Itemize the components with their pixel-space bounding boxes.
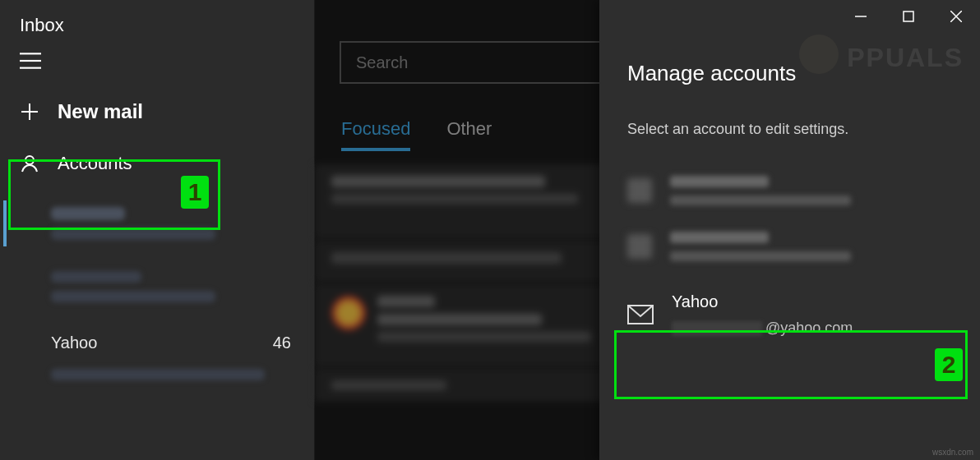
redacted-text: [670, 251, 851, 261]
yahoo-domain: @yahoo.com: [765, 320, 853, 337]
redacted-text: [51, 291, 215, 302]
account-item[interactable]: [599, 163, 980, 218]
account-item[interactable]: [599, 218, 980, 274]
panel-title: Manage accounts: [599, 33, 980, 86]
accounts-label: Accounts: [58, 153, 132, 174]
redacted-text: [51, 228, 215, 240]
redacted-text: [670, 176, 769, 187]
panel-subtitle: Select an account to edit settings.: [599, 86, 980, 138]
redacted-text: [331, 380, 446, 390]
account-yahoo-email: @yahoo.com: [672, 320, 853, 337]
sidebar: Inbox New mail Accounts Yahoo 46: [0, 0, 315, 460]
redacted-text: [51, 271, 141, 283]
mail-icon: [627, 305, 654, 324]
sidebar-account-item[interactable]: [51, 264, 314, 309]
search-input[interactable]: Search: [340, 41, 603, 84]
accounts-nav-item[interactable]: Accounts: [0, 138, 314, 189]
redacted-text: [670, 196, 851, 205]
maximize-icon: [903, 11, 914, 22]
new-mail-button[interactable]: New mail: [0, 89, 314, 138]
minimize-button[interactable]: [837, 0, 885, 33]
redacted-text: [331, 252, 562, 264]
hamburger-menu-button[interactable]: [0, 53, 314, 89]
redacted-text: [331, 176, 545, 187]
account-icon: [627, 178, 652, 203]
redacted-text: [377, 332, 591, 342]
window-titlebar-controls: [599, 0, 980, 33]
sidebar-account-item[interactable]: [51, 200, 314, 246]
account-icon: [627, 234, 652, 259]
redacted-text: [51, 369, 265, 380]
redacted-text: [377, 296, 435, 307]
hamburger-icon: [20, 53, 41, 69]
minimize-icon: [855, 11, 867, 22]
tab-other[interactable]: Other: [446, 118, 492, 148]
close-button[interactable]: [932, 0, 980, 33]
close-icon: [950, 11, 962, 22]
tab-focused[interactable]: Focused: [341, 118, 410, 151]
sidebar-account-list: [0, 189, 314, 309]
redacted-text: [670, 232, 769, 243]
person-icon: [20, 154, 39, 173]
maximize-button[interactable]: [885, 0, 932, 33]
svg-rect-7: [904, 12, 913, 21]
redacted-text: [672, 321, 762, 336]
account-yahoo-name: Yahoo: [672, 292, 853, 311]
redacted-text: [377, 314, 542, 325]
redacted-text: [51, 207, 125, 220]
mail-app-window: Inbox New mail Accounts Yahoo 46: [0, 0, 980, 460]
avatar: [331, 296, 366, 330]
yahoo-label: Yahoo: [51, 334, 97, 352]
sidebar-title: Inbox: [0, 0, 314, 53]
yahoo-count: 46: [273, 334, 291, 352]
account-item-yahoo[interactable]: Yahoo @yahoo.com: [599, 274, 980, 360]
manage-accounts-panel: PPUALS Manage accounts Select an account…: [599, 0, 980, 460]
search-placeholder: Search: [356, 53, 408, 72]
sidebar-yahoo-item[interactable]: Yahoo 46: [0, 309, 314, 361]
new-mail-label: New mail: [58, 100, 143, 123]
plus-icon: [20, 102, 39, 122]
redacted-text: [331, 194, 578, 204]
manage-accounts-list: Yahoo @yahoo.com: [599, 138, 980, 360]
svg-point-5: [25, 156, 34, 164]
